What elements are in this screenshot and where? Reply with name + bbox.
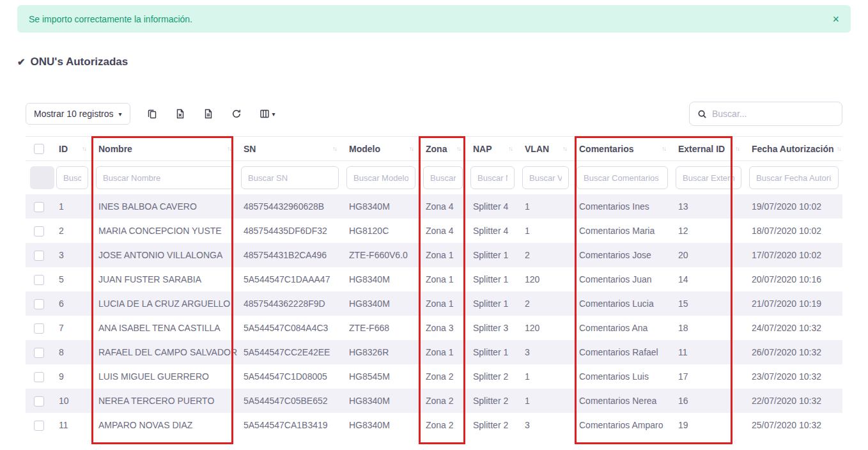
- close-icon[interactable]: ×: [832, 13, 839, 25]
- select-all-header-cell: [26, 137, 52, 161]
- filter-input-comentarios[interactable]: [577, 166, 668, 189]
- cell-nombre: ANA ISABEL TENA CASTILLA: [92, 316, 237, 340]
- column-label: Zona: [426, 144, 447, 154]
- copy-button[interactable]: [146, 107, 159, 120]
- cell-comentarios: Comentarios Rafael: [573, 340, 672, 364]
- table-row: 10NEREA TERCERO PUERTO5A544547C05BE652HG…: [26, 389, 842, 413]
- table-row: 11AMPARO NOVAS DIAZ5A544547CA1B3419HG834…: [26, 413, 842, 437]
- table-row: 8RAFAEL DEL CAMPO SALVADOR5A544547CC2E42…: [26, 340, 842, 364]
- row-checkbox[interactable]: [34, 275, 44, 285]
- column-header-external_id[interactable]: External ID↑↓: [672, 137, 745, 161]
- table-row: 6LUCIA DE LA CRUZ ARGUELLO4857544362228F…: [26, 291, 842, 316]
- cell-vlan: 3: [518, 413, 573, 437]
- file-export-icon: [203, 109, 213, 119]
- filter-input-sn[interactable]: [241, 166, 339, 189]
- column-header-nap[interactable]: NAP↑↓: [467, 137, 518, 161]
- cell-id: 7: [52, 316, 92, 340]
- cell-id: 8: [52, 340, 92, 364]
- cell-comentarios: Comentarios Amparo: [573, 413, 672, 437]
- row-checkbox[interactable]: [34, 251, 44, 261]
- cell-vlan: 1: [518, 194, 573, 219]
- cell-nombre: AMPARO NOVAS DIAZ: [92, 413, 237, 437]
- file-export-button[interactable]: [202, 107, 215, 120]
- success-alert: Se importo correctamente la información.…: [17, 5, 851, 33]
- sort-icon: ↑↓: [735, 145, 739, 152]
- row-checkbox[interactable]: [34, 299, 44, 309]
- refresh-button[interactable]: [230, 107, 243, 120]
- page-title-text: ONU's Autorizadas: [31, 56, 128, 68]
- row-checkbox[interactable]: [34, 226, 44, 237]
- filter-cell-sn: [237, 161, 343, 195]
- row-checkbox-cell: [26, 194, 52, 219]
- filter-input-zona[interactable]: [423, 166, 463, 189]
- sort-icon: ↑↓: [332, 145, 336, 152]
- cell-id: 6: [52, 291, 92, 316]
- cell-fecha: 24/07/2020 10:32: [745, 316, 842, 340]
- filter-input-fecha[interactable]: [749, 166, 839, 189]
- filter-cell-comentarios: [573, 161, 672, 195]
- cell-vlan: 2: [518, 291, 573, 316]
- cell-external_id: 14: [672, 267, 745, 291]
- column-header-modelo[interactable]: Modelo↑↓: [343, 137, 419, 161]
- select-all-checkbox[interactable]: [34, 144, 44, 154]
- cell-sn: 485754432960628B: [237, 194, 343, 219]
- cell-nap: Splitter 2: [467, 413, 518, 437]
- cell-modelo: ZTE-F660V6.0: [343, 243, 419, 267]
- search-input[interactable]: [712, 109, 834, 119]
- column-label: Modelo: [349, 144, 380, 154]
- cell-sn: 485754435DF6DF32: [237, 219, 343, 243]
- column-header-fecha[interactable]: Fecha Autorización↑↓: [745, 137, 842, 161]
- cell-zona: Zona 4: [419, 194, 467, 219]
- page-title: ✔ ONU's Autorizadas: [17, 56, 851, 68]
- table-card: Mostrar 10 registros ▾: [17, 84, 851, 437]
- filter-cell-modelo: [343, 161, 419, 195]
- filter-input-modelo[interactable]: [346, 166, 415, 189]
- row-checkbox[interactable]: [34, 421, 44, 431]
- table-search: [689, 102, 842, 126]
- cell-nap: Splitter 2: [467, 364, 518, 389]
- table-toolbar: Mostrar 10 registros ▾: [26, 102, 842, 126]
- cell-vlan: 120: [518, 267, 573, 291]
- cell-comentarios: Comentarios Luis: [573, 364, 672, 389]
- row-checkbox[interactable]: [34, 323, 44, 334]
- column-header-id[interactable]: ID↑↓: [52, 137, 92, 161]
- filter-input-external_id[interactable]: [676, 166, 741, 189]
- page-length-dropdown[interactable]: Mostrar 10 registros ▾: [26, 103, 130, 125]
- row-checkbox[interactable]: [34, 202, 44, 212]
- cell-nombre: JOSE ANTONIO VILLALONGA: [92, 243, 237, 267]
- column-visibility-button[interactable]: ▾: [258, 107, 277, 120]
- column-label: Nombre: [98, 144, 132, 154]
- column-header-comentarios[interactable]: Comentarios↑↓: [573, 137, 672, 161]
- column-label: Comentarios: [579, 144, 634, 154]
- cell-external_id: 18: [672, 316, 745, 340]
- cell-nombre: INES BALBOA CAVERO: [92, 194, 237, 219]
- filter-input-vlan[interactable]: [522, 166, 569, 189]
- cell-nap: Splitter 3: [467, 316, 518, 340]
- cell-sn: 4857544362228F9D: [237, 291, 343, 316]
- filter-input-id[interactable]: [56, 166, 88, 189]
- filter-input-nap[interactable]: [470, 166, 515, 189]
- row-checkbox-cell: [26, 291, 52, 316]
- sort-icon: ↑↓: [508, 145, 512, 152]
- cell-vlan: 2: [518, 243, 573, 267]
- header-row: ID↑↓Nombre↑↓SN↑↓Modelo↑↓Zona↑↓NAP↑↓VLAN↑…: [26, 137, 842, 161]
- cell-vlan: 1: [518, 219, 573, 243]
- cell-zona: Zona 3: [419, 316, 467, 340]
- row-checkbox-cell: [26, 413, 52, 437]
- column-header-vlan[interactable]: VLAN↑↓: [518, 137, 573, 161]
- row-checkbox[interactable]: [34, 372, 44, 382]
- cell-nap: Splitter 1: [467, 291, 518, 316]
- column-header-zona[interactable]: Zona↑↓: [419, 137, 467, 161]
- column-header-nombre[interactable]: Nombre↑↓: [92, 137, 237, 161]
- cell-nap: Splitter 1: [467, 340, 518, 364]
- filter-input-nombre[interactable]: [96, 166, 233, 189]
- cell-sn: 5A544547C1DAAA47: [237, 267, 343, 291]
- cell-nap: Splitter 2: [467, 389, 518, 413]
- excel-export-button[interactable]: [174, 107, 187, 120]
- chevron-down-icon: ▾: [272, 111, 275, 118]
- column-header-sn[interactable]: SN↑↓: [237, 137, 343, 161]
- sort-icon: ↑↓: [409, 145, 413, 152]
- row-checkbox[interactable]: [34, 396, 44, 407]
- cell-sn: 5A544547C1D08005: [237, 364, 343, 389]
- row-checkbox[interactable]: [34, 348, 44, 358]
